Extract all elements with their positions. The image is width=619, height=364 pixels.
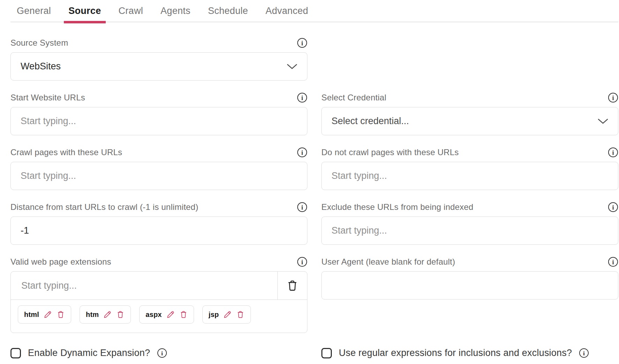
dynamic-expansion-row: Enable Dynamic Expansion? <box>10 348 307 358</box>
extension-tag: aspx <box>139 305 194 324</box>
extensions-clear-button[interactable] <box>277 272 307 299</box>
info-icon[interactable] <box>297 147 307 158</box>
info-icon[interactable] <box>297 257 307 267</box>
field-crawl-include: Crawl pages with these URLs <box>10 147 307 190</box>
trash-icon <box>286 279 299 292</box>
info-icon[interactable] <box>608 92 618 103</box>
pencil-icon <box>103 310 112 319</box>
crawl-include-input[interactable] <box>21 170 297 181</box>
field-start-urls: Start Website URLs <box>10 92 307 135</box>
regex-label: Use regular expressions for inclusions a… <box>339 348 572 358</box>
tag-text: htm <box>86 311 99 319</box>
dynamic-expansion-label: Enable Dynamic Expansion? <box>28 348 150 358</box>
edit-tag-button[interactable] <box>166 310 175 319</box>
delete-tag-button[interactable] <box>179 310 188 319</box>
source-form: Source System WebSites Start Website URL… <box>10 38 618 358</box>
info-icon[interactable] <box>579 348 589 358</box>
trash-icon <box>116 310 125 319</box>
tag-text: html <box>24 311 39 319</box>
source-settings-page: General Source Crawl Agents Schedule Adv… <box>0 0 619 358</box>
tab-source[interactable]: Source <box>64 0 105 22</box>
extension-tag: html <box>18 305 71 324</box>
source-system-value: WebSites <box>21 61 61 72</box>
info-icon[interactable] <box>297 92 307 103</box>
delete-tag-button[interactable] <box>57 310 65 319</box>
tab-general[interactable]: General <box>12 0 55 22</box>
extensions-label: Valid web page extensions <box>10 257 111 267</box>
source-system-label: Source System <box>10 38 68 48</box>
crawl-exclude-input[interactable] <box>331 170 608 181</box>
tab-crawl[interactable]: Crawl <box>114 0 148 22</box>
start-urls-input[interactable] <box>21 116 297 127</box>
crawl-distance-label: Distance from start URLs to crawl (-1 is… <box>10 202 198 212</box>
trash-icon <box>236 310 245 319</box>
delete-tag-button[interactable] <box>236 310 245 319</box>
info-icon[interactable] <box>297 38 307 48</box>
source-system-select[interactable]: WebSites <box>10 52 307 81</box>
field-crawl-exclude: Do not crawl pages with these URLs <box>321 147 618 190</box>
select-credential-value: Select credential... <box>331 116 409 127</box>
edit-tag-button[interactable] <box>223 310 232 319</box>
start-urls-label: Start Website URLs <box>10 93 85 103</box>
extensions-input[interactable] <box>21 280 268 291</box>
field-crawl-distance: Distance from start URLs to crawl (-1 is… <box>10 202 307 245</box>
trash-icon <box>179 310 188 319</box>
index-exclude-label: Exclude these URLs from being indexed <box>321 202 473 212</box>
crawl-include-label: Crawl pages with these URLs <box>10 147 122 157</box>
info-icon[interactable] <box>608 257 618 267</box>
crawl-distance-input[interactable] <box>21 225 297 236</box>
edit-tag-button[interactable] <box>103 310 112 319</box>
extension-tag: jsp <box>202 305 251 324</box>
index-exclude-input[interactable] <box>331 225 608 236</box>
user-agent-input[interactable] <box>331 280 608 291</box>
trash-icon <box>57 310 65 319</box>
regex-checkbox[interactable] <box>321 348 332 358</box>
select-credential-label: Select Credential <box>321 93 386 103</box>
field-index-exclude: Exclude these URLs from being indexed <box>321 202 618 245</box>
user-agent-label: User Agent (leave blank for default) <box>321 257 455 267</box>
edit-tag-button[interactable] <box>44 310 52 319</box>
pencil-icon <box>166 310 175 319</box>
extension-tag: htm <box>80 305 131 324</box>
chevron-down-icon <box>598 119 608 124</box>
info-icon[interactable] <box>297 202 307 212</box>
tab-schedule[interactable]: Schedule <box>203 0 253 22</box>
field-user-agent: User Agent (leave blank for default) <box>321 257 618 299</box>
field-select-credential: Select Credential Select credential... <box>321 92 618 135</box>
tag-text: aspx <box>146 311 162 319</box>
pencil-icon <box>223 310 232 319</box>
info-icon[interactable] <box>608 202 618 212</box>
tab-agents[interactable]: Agents <box>156 0 195 22</box>
tag-text: jsp <box>209 311 219 319</box>
chevron-down-icon <box>287 64 297 69</box>
regex-row: Use regular expressions for inclusions a… <box>321 348 618 358</box>
select-credential-select[interactable]: Select credential... <box>321 107 618 135</box>
extensions-editor: html htm <box>10 271 307 333</box>
info-icon[interactable] <box>608 147 618 158</box>
extensions-tag-list: html htm <box>11 300 307 333</box>
dynamic-expansion-checkbox[interactable] <box>10 348 21 358</box>
field-extensions: Valid web page extensions <box>10 257 307 333</box>
tab-bar: General Source Crawl Agents Schedule Adv… <box>10 0 618 22</box>
delete-tag-button[interactable] <box>116 310 125 319</box>
crawl-exclude-label: Do not crawl pages with these URLs <box>321 147 459 157</box>
tab-advanced[interactable]: Advanced <box>261 0 313 22</box>
pencil-icon <box>44 310 52 319</box>
info-icon[interactable] <box>157 348 167 358</box>
field-source-system: Source System WebSites <box>10 38 307 81</box>
